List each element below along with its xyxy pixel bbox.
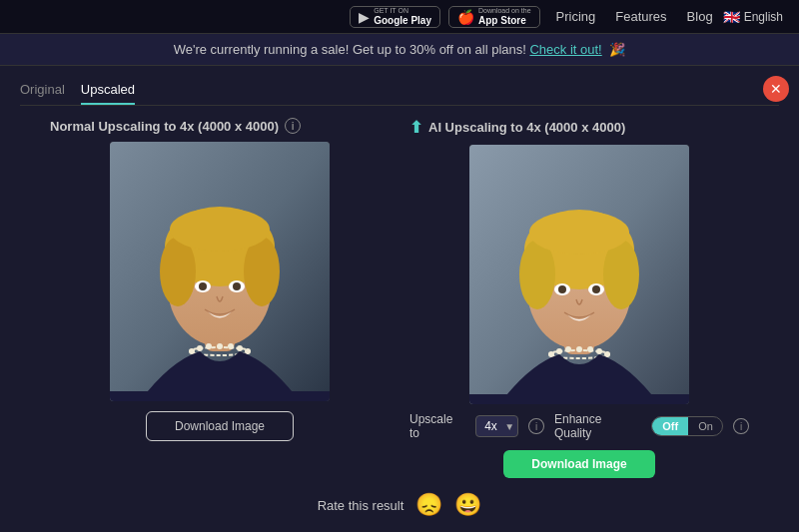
tab-upscaled[interactable]: Upscaled — [81, 82, 135, 105]
sale-text: We're currently running a sale! Get up t… — [174, 42, 526, 57]
svg-point-37 — [576, 346, 582, 352]
google-play-icon: ▶ — [359, 9, 370, 25]
nav-links: Pricing Features Blog — [556, 9, 713, 24]
comparison-area: Normal Upscaling to 4x (4000 x 4000) i — [20, 118, 779, 478]
google-play-label-small: GET IT ON — [374, 7, 431, 15]
right-panel-title: AI Upscaling to 4x (4000 x 4000) — [428, 120, 625, 135]
svg-point-17 — [228, 343, 234, 349]
enhance-quality-toggle: Off On — [651, 416, 723, 436]
left-image-box — [110, 142, 330, 401]
svg-point-28 — [529, 211, 629, 255]
nav-features[interactable]: Features — [615, 9, 666, 24]
svg-point-9 — [199, 282, 207, 290]
svg-rect-20 — [110, 391, 330, 401]
toggle-off-button[interactable]: Off — [652, 417, 688, 435]
ai-upscale-icon: ⬆ — [409, 118, 422, 137]
sale-banner: We're currently running a sale! Get up t… — [0, 34, 799, 66]
app-store-badge[interactable]: 🍎 Download on the App Store — [448, 6, 540, 28]
left-panel: Normal Upscaling to 4x (4000 x 4000) i — [50, 118, 390, 478]
app-store-label-small: Download on the — [478, 7, 531, 15]
rating-label: Rate this result — [318, 498, 404, 513]
svg-point-36 — [565, 346, 571, 352]
enhance-info-icon[interactable]: i — [733, 418, 749, 434]
upscale-select-wrapper: 1x 2x 4x ▼ — [475, 415, 518, 437]
enhance-label: Enhance Quality — [554, 412, 641, 440]
happy-rating-button[interactable]: 😀 — [454, 492, 481, 518]
sale-cta[interactable]: Check it out! — [529, 42, 601, 57]
svg-point-13 — [189, 348, 195, 354]
apple-icon: 🍎 — [457, 9, 474, 25]
modal-area: ✕ Original Upscaled Normal Upscaling to … — [0, 66, 799, 532]
rating-section: Rate this result 😞 😀 — [20, 492, 779, 518]
left-panel-header: Normal Upscaling to 4x (4000 x 4000) i — [50, 118, 390, 134]
google-play-label-large: Google Play — [374, 15, 431, 26]
flag-icon: 🇬🇧 — [723, 9, 740, 25]
toggle-on-button[interactable]: On — [688, 417, 723, 435]
svg-point-11 — [233, 282, 241, 290]
right-panel: ⬆ AI Upscaling to 4x (4000 x 4000) — [409, 118, 749, 478]
svg-point-32 — [592, 285, 600, 293]
right-portrait-svg — [469, 145, 689, 404]
svg-point-35 — [556, 348, 562, 354]
tab-original[interactable]: Original — [20, 82, 65, 105]
tabs: Original Upscaled — [20, 82, 779, 106]
left-info-icon[interactable]: i — [285, 118, 301, 134]
google-play-badge[interactable]: ▶ GET IT ON Google Play — [350, 6, 440, 28]
nav-blog[interactable]: Blog — [687, 9, 713, 24]
close-button[interactable]: ✕ — [763, 76, 789, 102]
svg-point-40 — [604, 351, 610, 357]
svg-point-15 — [206, 343, 212, 349]
top-nav: ▶ GET IT ON Google Play 🍎 Download on th… — [0, 0, 799, 34]
nav-pricing[interactable]: Pricing — [556, 9, 596, 24]
language-label: English — [744, 10, 783, 24]
sale-emoji: 🎉 — [609, 42, 625, 57]
store-badges: ▶ GET IT ON Google Play 🍎 Download on th… — [350, 6, 539, 28]
right-image-box — [469, 145, 689, 404]
svg-point-18 — [237, 345, 243, 351]
upscale-label: Upscale to — [409, 412, 465, 440]
right-download-button[interactable]: Download Image — [503, 450, 654, 478]
left-panel-title: Normal Upscaling to 4x (4000 x 4000) — [50, 119, 279, 134]
upscale-info-icon[interactable]: i — [528, 418, 544, 434]
svg-point-19 — [245, 348, 251, 354]
svg-point-16 — [217, 343, 223, 349]
svg-point-34 — [548, 351, 554, 357]
svg-point-7 — [170, 208, 270, 252]
right-panel-header: ⬆ AI Upscaling to 4x (4000 x 4000) — [409, 118, 749, 137]
svg-point-38 — [587, 346, 593, 352]
sad-rating-button[interactable]: 😞 — [415, 492, 442, 518]
svg-point-30 — [558, 285, 566, 293]
app-store-label-large: App Store — [478, 15, 531, 26]
svg-rect-41 — [469, 394, 689, 404]
left-portrait-svg — [110, 142, 330, 401]
language-selector[interactable]: 🇬🇧 English — [723, 9, 783, 25]
svg-point-39 — [596, 348, 602, 354]
left-download-button[interactable]: Download Image — [146, 411, 294, 441]
upscale-controls: Upscale to 1x 2x 4x ▼ i Enhance Quality … — [409, 412, 749, 440]
svg-point-14 — [197, 345, 203, 351]
upscale-select[interactable]: 1x 2x 4x — [475, 415, 518, 437]
